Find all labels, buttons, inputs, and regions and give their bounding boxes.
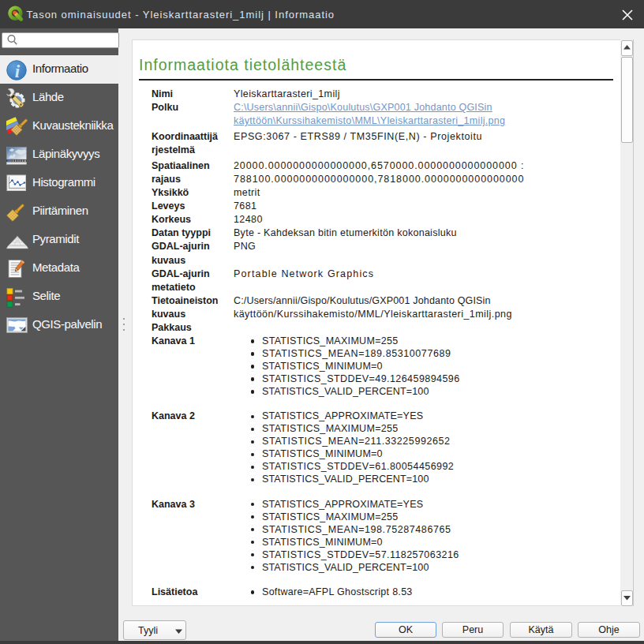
svg-text:i: i [15,62,21,81]
